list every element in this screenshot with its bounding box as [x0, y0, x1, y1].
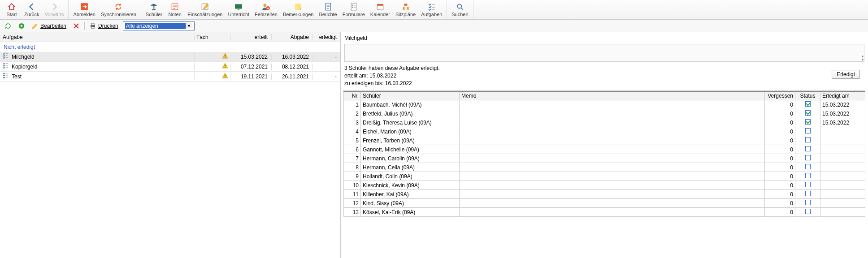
student-memo[interactable] — [460, 163, 765, 172]
col-assigned-header[interactable]: erteilt — [230, 34, 271, 40]
task-row[interactable]: Kopiergeld07.12.202108.12.2021- — [0, 62, 340, 72]
checkbox-icon[interactable] — [805, 209, 811, 214]
seating-button[interactable]: Sitzpläne — [393, 1, 418, 19]
student-memo[interactable] — [460, 181, 765, 190]
student-row[interactable]: 3Dreißig, Theresa Luise (09A)015.03.2022 — [344, 118, 865, 127]
forms-button[interactable]: Formulare — [340, 1, 368, 19]
svg-point-25 — [225, 77, 226, 77]
student-memo[interactable] — [460, 154, 765, 163]
checkbox-icon[interactable] — [805, 200, 811, 205]
refresh-button[interactable] — [3, 22, 13, 30]
student-row[interactable]: 7Hermann, Carolin (09A)0 — [344, 154, 865, 163]
checkbox-icon[interactable] — [805, 119, 811, 125]
student-memo[interactable] — [460, 199, 765, 208]
search-button[interactable]: Suchen — [449, 1, 471, 19]
student-memo[interactable] — [460, 172, 765, 181]
student-status-cell[interactable] — [795, 109, 820, 118]
checkbox-icon[interactable] — [805, 182, 811, 187]
student-memo[interactable] — [460, 208, 765, 217]
checkbox-icon[interactable] — [805, 101, 811, 107]
student-memo[interactable] — [460, 100, 765, 109]
student-row[interactable]: 2Bretfeld, Julius (09A)015.03.2022 — [344, 109, 865, 118]
col-task-header[interactable]: Aufgabe — [0, 34, 194, 40]
student-row[interactable]: 11Killenber, Kai (09A)0 — [344, 190, 865, 199]
task-row[interactable]: Milchgeld15.03.202216.03.2022- — [0, 52, 340, 62]
add-button[interactable] — [16, 22, 27, 30]
checkbox-icon[interactable] — [805, 137, 811, 142]
checkbox-icon[interactable] — [805, 173, 811, 178]
col-subject-header[interactable]: Fach — [194, 34, 230, 40]
delete-icon — [73, 22, 80, 30]
checkbox-icon[interactable] — [805, 155, 811, 160]
student-row[interactable]: 4Eichel, Marion (09A)0 — [344, 127, 865, 136]
edit-button[interactable]: Bearbeiten — [30, 22, 68, 30]
student-status-cell[interactable] — [795, 208, 820, 217]
student-memo[interactable] — [460, 118, 765, 127]
student-memo[interactable] — [460, 109, 765, 118]
th-status[interactable]: Status — [795, 91, 820, 100]
checkbox-icon[interactable] — [805, 191, 811, 196]
student-memo[interactable] — [460, 136, 765, 145]
grades-button[interactable]: Noten — [165, 1, 185, 19]
th-memo[interactable]: Memo — [460, 91, 765, 100]
student-row[interactable]: 12Kind, Sissy (09A)0 — [344, 199, 865, 208]
checkbox-icon[interactable] — [805, 146, 811, 151]
student-status-cell[interactable] — [795, 181, 820, 190]
absences-button[interactable]: Fehlzeiten — [252, 1, 280, 19]
logout-button[interactable]: Abmelden — [70, 1, 98, 19]
scroll-down-icon[interactable]: ▼ — [861, 58, 864, 62]
detail-title: Milchgeld — [341, 32, 868, 44]
student-memo[interactable] — [460, 127, 765, 136]
student-status-cell[interactable] — [795, 118, 820, 127]
calendar-button[interactable]: Kalender — [368, 1, 393, 19]
col-due-header[interactable]: Abgabe — [271, 34, 312, 40]
col-done-header[interactable]: erledigt — [312, 34, 340, 40]
description-textarea[interactable] — [344, 44, 864, 62]
lessons-button[interactable]: Unterricht — [225, 1, 252, 19]
student-status-cell[interactable] — [795, 190, 820, 199]
student-row[interactable]: 6Gannott, Michelle (09A)0 — [344, 145, 865, 154]
task-row[interactable]: Test19.11.202126.11.2021- — [0, 72, 340, 82]
th-name[interactable]: Schüler — [361, 91, 460, 100]
student-row[interactable]: 10Kieschnick, Kevin (09A)0 — [344, 181, 865, 190]
checkbox-icon[interactable] — [805, 128, 811, 133]
forward-button[interactable]: Vorwärts — [42, 1, 67, 19]
student-status-cell[interactable] — [795, 127, 820, 136]
student-status-cell[interactable] — [795, 100, 820, 109]
student-row[interactable]: 1Baumbach, Michél (09A)015.03.2022 — [344, 100, 865, 109]
student-row[interactable]: 5Frenzel, Torben (09A)0 — [344, 136, 865, 145]
assessments-button[interactable]: Einschätzungen — [185, 1, 225, 19]
lesson-icon — [234, 3, 243, 11]
students-button[interactable]: Schüler — [143, 1, 165, 19]
th-vergessen[interactable]: Vergessen — [765, 91, 795, 100]
notes-button[interactable]: Bemerkungen — [280, 1, 317, 19]
print-button[interactable]: Drucken — [87, 22, 120, 30]
student-status-cell[interactable] — [795, 199, 820, 208]
student-status-cell[interactable] — [795, 172, 820, 181]
student-status-cell[interactable] — [795, 163, 820, 172]
student-row[interactable]: 9Hollandt, Colin (09A)0 — [344, 172, 865, 181]
delete-button[interactable] — [71, 22, 82, 30]
checkbox-icon[interactable] — [805, 110, 811, 116]
student-status-cell[interactable] — [795, 154, 820, 163]
student-status-cell[interactable] — [795, 136, 820, 145]
start-button[interactable]: Start — [2, 1, 22, 19]
tasks-button[interactable]: Aufgaben — [418, 1, 445, 19]
reports-button[interactable]: Berichte — [316, 1, 339, 19]
back-button[interactable]: Zurück — [22, 1, 42, 19]
student-status-cell[interactable] — [795, 145, 820, 154]
filter-dropdown[interactable]: Alle anzeigen ▾ — [123, 22, 195, 30]
svg-rect-12 — [352, 7, 353, 8]
student-row[interactable]: 8Hermann, Celia (09A)0 — [344, 163, 865, 172]
student-memo[interactable] — [460, 145, 765, 154]
th-nr[interactable]: Nr. — [344, 91, 361, 100]
task-group-header[interactable]: Nicht erledigt — [0, 42, 340, 52]
th-erledigt-am[interactable]: Erledigt am — [820, 91, 865, 100]
student-memo[interactable] — [460, 190, 765, 199]
task-list-pane: Aufgabe Fach erteilt Abgabe erledigt Nic… — [0, 32, 341, 258]
sync-button[interactable]: Synchronisieren — [98, 1, 139, 19]
textarea-scroll[interactable]: ▲ ▼ — [861, 55, 864, 62]
student-row[interactable]: 13Kössel, Kai-Erik (09A)0 — [344, 208, 865, 217]
mark-done-button[interactable]: Erledigt — [832, 70, 860, 79]
checkbox-icon[interactable] — [805, 164, 811, 169]
